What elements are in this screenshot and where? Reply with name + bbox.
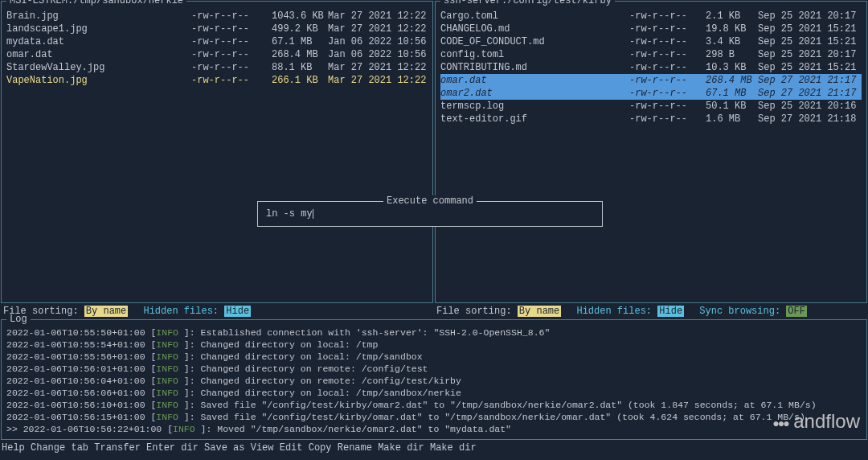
file-name: CODE_OF_CONDUCT.md xyxy=(440,35,629,48)
file-size: 268.4 MB xyxy=(706,74,758,87)
file-row[interactable]: CONTRIBUTING.md-rw-r--r--10.3 KBSep 25 2… xyxy=(440,61,862,74)
file-date: Jan 06 2022 10:56 xyxy=(328,35,428,48)
command-input[interactable]: ln -s my xyxy=(266,208,594,220)
remote-file-list[interactable]: Cargo.toml-rw-r--r--2.1 KBSep 25 2021 20… xyxy=(436,2,866,130)
file-name: mydata.dat xyxy=(6,35,191,48)
file-date: Sep 27 2021 21:17 xyxy=(758,74,862,87)
file-date: Sep 27 2021 21:17 xyxy=(758,87,862,100)
file-size: 3.4 KB xyxy=(706,35,758,48)
log-line: 2022-01-06T10:56:06+01:00 [INFO ]: Chang… xyxy=(6,387,862,399)
local-file-list[interactable]: Brain.jpg-rw-r--r--1043.6 KBMar 27 2021 … xyxy=(2,2,432,92)
file-date: Sep 25 2021 15:21 xyxy=(758,61,862,74)
footer-label: Make dir xyxy=(378,442,424,454)
file-perms: -rw-r--r-- xyxy=(191,10,272,23)
file-perms: -rw-r--r-- xyxy=(629,87,706,100)
file-perms: -rw-r--r-- xyxy=(629,113,706,125)
footer-label: Copy xyxy=(309,442,332,454)
file-size: 67.1 MB xyxy=(706,87,758,100)
file-date: Sep 27 2021 21:18 xyxy=(758,113,862,125)
watermark: ●●● andflow xyxy=(772,410,860,433)
file-row[interactable]: mydata.dat-rw-r--r--67.1 MBJan 06 2022 1… xyxy=(6,35,428,48)
log-line: 2022-01-06T10:55:50+01:00 [INFO ]: Estab… xyxy=(6,327,862,339)
file-name: config.toml xyxy=(440,48,629,61)
file-row[interactable]: CODE_OF_CONDUCT.md-rw-r--r--3.4 KBSep 25… xyxy=(440,35,862,48)
local-panel[interactable]: MSI-ESTREM:/tmp/sandbox/nerkie Brain.jpg… xyxy=(1,1,433,303)
file-row[interactable]: StardewValley.jpg-rw-r--r--88.1 KBMar 27… xyxy=(6,61,428,74)
sync-value[interactable]: OFF xyxy=(786,306,807,317)
log-line: 2022-01-06T10:55:54+01:00 [INFO ]: Chang… xyxy=(6,339,862,351)
remote-panel[interactable]: ssh-server:/config/test/kirby Cargo.toml… xyxy=(435,1,867,303)
hidden-value-left[interactable]: Hide xyxy=(224,306,251,317)
file-row[interactable]: omar.dat-rw-r--r--268.4 MBJan 06 2022 10… xyxy=(6,48,428,61)
file-size: 499.2 KB xyxy=(272,23,328,35)
footer-label: Transfer xyxy=(94,442,141,454)
file-date: Sep 25 2021 20:16 xyxy=(758,100,862,113)
file-size: 298 B xyxy=(706,48,758,61)
file-row[interactable]: CHANGELOG.md-rw-r--r--19.8 KBSep 25 2021… xyxy=(440,23,862,35)
file-name: CONTRIBUTING.md xyxy=(440,61,629,74)
footer-label: Help xyxy=(2,442,25,454)
file-date: Mar 27 2021 12:22 xyxy=(328,23,428,35)
file-row[interactable]: landscape1.jpg-rw-r--r--499.2 KBMar 27 2… xyxy=(6,23,428,35)
file-size: 10.3 KB xyxy=(706,61,758,74)
file-size: 266.1 KB xyxy=(272,74,328,87)
footer-label: Enter dir xyxy=(146,442,199,454)
file-row[interactable]: Cargo.toml-rw-r--r--2.1 KBSep 25 2021 20… xyxy=(440,10,862,23)
file-size: 2.1 KB xyxy=(706,10,758,23)
footer-label: Make dir xyxy=(430,442,477,454)
file-name: landscape1.jpg xyxy=(6,23,191,35)
file-size: 1043.6 KB xyxy=(272,10,328,23)
footer-label: Change tab xyxy=(31,442,88,454)
file-perms: -rw-r--r-- xyxy=(191,48,272,61)
file-perms: -rw-r--r-- xyxy=(629,61,706,74)
file-perms: -rw-r--r-- xyxy=(629,35,706,48)
execute-command-dialog[interactable]: Execute command ln -s my xyxy=(257,201,603,227)
file-perms: -rw-r--r-- xyxy=(629,23,706,35)
status-bar: File sorting: By name Hidden files: Hide… xyxy=(0,304,868,318)
footer-label: View xyxy=(251,442,274,454)
file-perms: -rw-r--r-- xyxy=(191,23,272,35)
file-perms: -rw-r--r-- xyxy=(191,35,272,48)
file-name: StardewValley.jpg xyxy=(6,61,191,74)
file-name: omar2.dat xyxy=(440,87,629,100)
sort-value-left[interactable]: By name xyxy=(84,306,128,317)
log-line: 2022-01-06T10:56:10+01:00 [INFO ]: Saved… xyxy=(6,399,862,411)
sort-value-right[interactable]: By name xyxy=(518,306,561,317)
file-perms: -rw-r--r-- xyxy=(629,48,706,61)
file-row[interactable]: omar.dat-rw-r--r--268.4 MBSep 27 2021 21… xyxy=(440,74,862,87)
file-date: Jan 06 2022 10:56 xyxy=(328,48,428,61)
file-perms: -rw-r--r-- xyxy=(629,74,706,87)
log-line: >> 2022-01-06T10:56:22+01:00 [INFO ]: Mo… xyxy=(6,423,862,435)
sort-label-right: File sorting: By name xyxy=(436,306,561,317)
footer-bar: Help Change tab Transfer Enter dir Save … xyxy=(0,441,868,455)
file-name: termscp.log xyxy=(440,100,629,113)
file-date: Sep 25 2021 15:21 xyxy=(758,23,862,35)
file-size: 67.1 MB xyxy=(272,35,328,48)
footer-label: Save as xyxy=(204,442,244,454)
file-row[interactable]: text-editor.gif-rw-r--r--1.6 MBSep 27 20… xyxy=(440,113,862,125)
log-line: 2022-01-06T10:56:04+01:00 [INFO ]: Chang… xyxy=(6,375,862,387)
file-date: Mar 27 2021 12:22 xyxy=(328,10,428,23)
file-perms: -rw-r--r-- xyxy=(191,74,272,87)
log-panel[interactable]: Log 2022-01-06T10:55:50+01:00 [INFO ]: E… xyxy=(1,319,867,440)
hidden-label-right: Hidden files: Hide xyxy=(576,306,684,317)
log-title: Log xyxy=(6,314,31,325)
file-date: Sep 25 2021 20:17 xyxy=(758,48,862,61)
file-date: Mar 27 2021 12:22 xyxy=(328,74,428,87)
file-name: omar.dat xyxy=(6,48,191,61)
hidden-value-right[interactable]: Hide xyxy=(657,306,684,317)
log-line: 2022-01-06T10:56:15+01:00 [INFO ]: Saved… xyxy=(6,411,862,423)
file-size: 1.6 MB xyxy=(706,113,758,125)
file-row[interactable]: VapeNation.jpg-rw-r--r--266.1 KBMar 27 2… xyxy=(6,74,428,87)
file-row[interactable]: termscp.log-rw-r--r--50.1 KBSep 25 2021 … xyxy=(440,100,862,113)
file-row[interactable]: omar2.dat-rw-r--r--67.1 MBSep 27 2021 21… xyxy=(440,87,862,100)
file-size: 268.4 MB xyxy=(272,48,328,61)
file-size: 19.8 KB xyxy=(706,23,758,35)
file-date: Mar 27 2021 12:22 xyxy=(328,61,428,74)
file-name: text-editor.gif xyxy=(440,113,629,125)
file-row[interactable]: Brain.jpg-rw-r--r--1043.6 KBMar 27 2021 … xyxy=(6,10,428,23)
file-name: VapeNation.jpg xyxy=(6,74,191,87)
file-perms: -rw-r--r-- xyxy=(191,61,272,74)
sync-label: Sync browsing: OFF xyxy=(699,306,807,317)
file-row[interactable]: config.toml-rw-r--r--298 BSep 25 2021 20… xyxy=(440,48,862,61)
